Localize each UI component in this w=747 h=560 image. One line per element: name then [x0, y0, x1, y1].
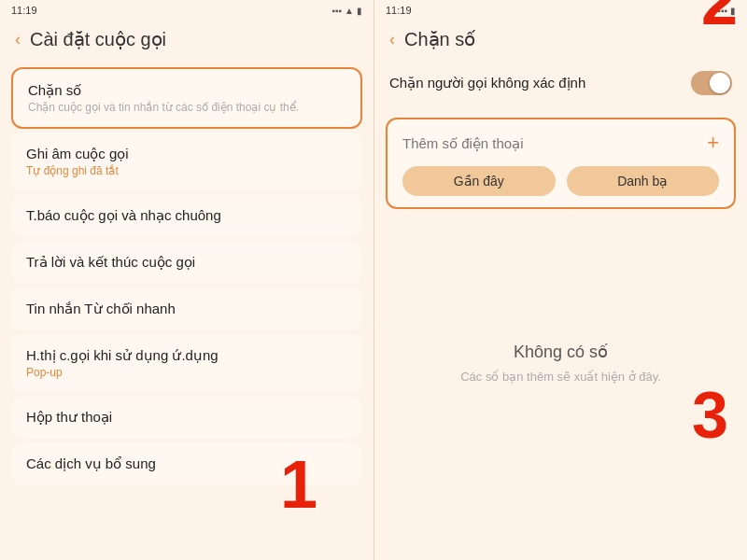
btn-contacts[interactable]: Danh bạ [567, 166, 720, 196]
left-back-button[interactable]: ‹ [15, 30, 21, 49]
menu-item-title-hienthi: H.thị c.gọi khi sử dụng ứ.dụng [26, 347, 347, 364]
menu-item-title-tuchoi: Tin nhắn Từ chối nhanh [26, 301, 347, 317]
menu-item-hopthu[interactable]: Hộp thư thoại [11, 396, 362, 439]
left-header: ‹ Cài đặt cuộc gọi [0, 21, 374, 60]
phone-number-input[interactable] [402, 135, 707, 151]
empty-title: Không có số [514, 342, 608, 362]
phone-input-row: + [402, 131, 719, 155]
menu-item-ghi-am[interactable]: Ghi âm cuộc gọi Tự động ghi đã tắt [11, 133, 362, 190]
menu-item-title-tbao: T.báo cuộc gọi và nhạc chuông [26, 207, 347, 224]
right-status-bar: 11:19 ▲ ▪▪▪ ▮ [374, 0, 747, 21]
right-header: ‹ Chặn số [374, 21, 747, 60]
label-number-3: 3 [692, 383, 728, 448]
right-page-title: Chặn số [404, 28, 475, 50]
time-left: 11:19 [11, 5, 37, 16]
left-panel: 11:19 ▪▪▪ ▲ ▮ ‹ Cài đặt cuộc gọi Chặn số… [0, 0, 374, 560]
menu-item-hienthi[interactable]: H.thị c.gọi khi sử dụng ứ.dụng Pop-up [11, 334, 362, 392]
label-number-2: 2 [701, 0, 738, 35]
left-page-title: Cài đặt cuộc gọi [30, 28, 166, 50]
signal-icon: ▪▪▪ [331, 6, 342, 16]
menu-item-title-chan-so: Chặn số [28, 82, 345, 99]
toggle-knob [710, 73, 730, 93]
left-status-icons: ▪▪▪ ▲ ▮ [331, 6, 362, 16]
menu-item-subtitle-hienthi: Pop-up [26, 366, 347, 379]
toggle-label: Chặn người gọi không xác định [389, 75, 585, 91]
battery-icon: ▮ [357, 6, 362, 16]
menu-item-subtitle-chan-so: Chặn cuộc gọi và tin nhắn từ các số điện… [28, 101, 345, 114]
menu-item-title-traloi: Trả lời và kết thúc cuộc gọi [26, 254, 347, 271]
right-back-button[interactable]: ‹ [389, 30, 395, 49]
menu-list: Chặn số Chặn cuộc gọi và tin nhắn từ các… [0, 60, 374, 560]
empty-subtitle: Các số bạn thêm sẽ xuất hiện ở đây. [460, 370, 661, 384]
btn-recent[interactable]: Gần đây [402, 166, 556, 196]
add-phone-icon[interactable]: + [707, 131, 719, 155]
right-panel: 11:19 ▲ ▪▪▪ ▮ 2 ‹ Chặn số Chặn người gọi… [374, 0, 747, 560]
toggle-row: Chặn người gọi không xác định [386, 60, 736, 106]
phone-input-box: + Gần đây Danh bạ [386, 118, 736, 209]
left-panel-wrapper: Chặn số Chặn cuộc gọi và tin nhắn từ các… [0, 60, 374, 560]
empty-state: Không có số Các số bạn thêm sẽ xuất hiện… [386, 220, 736, 560]
toggle-switch-unknown-caller[interactable] [691, 71, 732, 95]
menu-item-chan-so[interactable]: Chặn số Chặn cuộc gọi và tin nhắn từ các… [11, 67, 362, 129]
right-relative-wrapper: 2 ‹ Chặn số Chặn người gọi không xác địn… [374, 21, 747, 560]
menu-item-traloi[interactable]: Trả lời và kết thúc cuộc gọi [11, 241, 362, 284]
right-status-time: 11:19 [386, 5, 412, 16]
left-status-bar: 11:19 ▪▪▪ ▲ ▮ [0, 0, 374, 21]
menu-item-title-ghi-am: Ghi âm cuộc gọi [26, 146, 347, 162]
menu-item-title-hopthu: Hộp thư thoại [26, 409, 347, 426]
right-content: Chặn người gọi không xác định + Gần đây … [374, 60, 747, 560]
wifi-icon: ▲ [345, 6, 354, 16]
label-number-1: 1 [280, 446, 317, 523]
menu-item-tbao[interactable]: T.báo cuộc gọi và nhạc chuông [11, 194, 362, 237]
left-status-time: 11:19 [11, 5, 37, 16]
menu-item-subtitle-ghi-am: Tự động ghi đã tắt [26, 164, 347, 177]
menu-item-tuchoi[interactable]: Tin nhắn Từ chối nhanh [11, 287, 362, 330]
btn-row: Gần đây Danh bạ [402, 166, 719, 196]
